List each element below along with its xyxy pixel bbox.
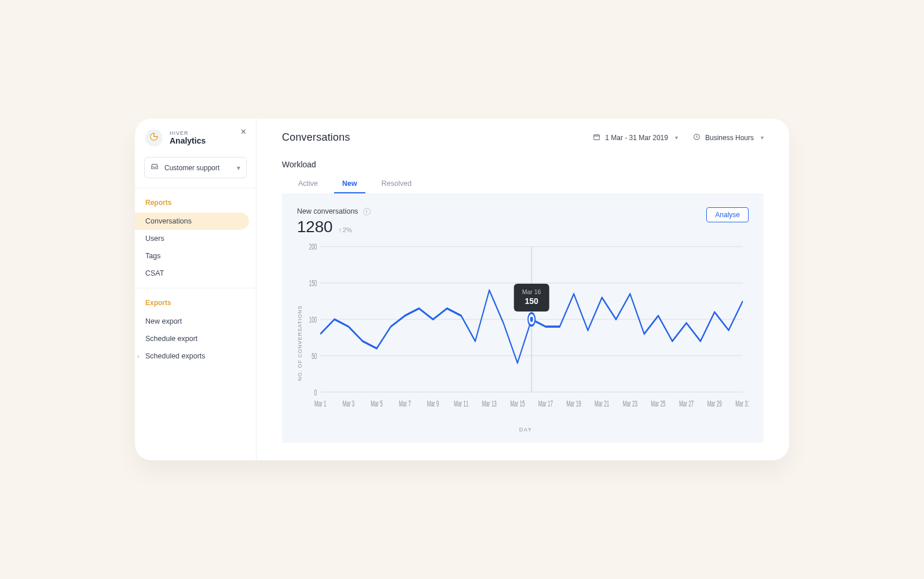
info-icon[interactable]: i	[363, 208, 371, 215]
arrow-up-icon: ↑	[339, 226, 342, 233]
page-title: Conversations	[282, 131, 350, 144]
svg-text:150: 150	[309, 278, 317, 288]
sidebar-item-label: Scheduled exports	[145, 352, 206, 360]
svg-text:Mar 7: Mar 7	[399, 399, 411, 408]
sidebar-item-label: Schedule export	[145, 335, 197, 343]
sidebar-item-users[interactable]: Users	[135, 230, 249, 247]
analyse-button[interactable]: Analyse	[706, 207, 749, 222]
section-title: Workload	[282, 160, 764, 169]
brand-small: HIVER	[170, 130, 206, 136]
card-head: New conversations i 1280 ↑ 2% Analyse	[297, 207, 749, 236]
close-icon[interactable]: ✕	[240, 128, 247, 135]
chevron-down-icon: ▾	[675, 134, 678, 141]
sidebar-item-csat[interactable]: CSAT	[135, 265, 249, 282]
sidebar-item-label: New export	[145, 317, 182, 325]
toolbar: 1 Mar - 31 Mar 2019 ▾ Business Hours ▾	[593, 133, 764, 142]
chart-body: NO. OF CONVERSATIONS 050100150200Mar 1Ma…	[297, 236, 749, 433]
chevron-down-icon: ▾	[237, 164, 240, 172]
date-range-label: 1 Mar - 31 Mar 2019	[605, 134, 668, 142]
metric-delta: ↑ 2%	[339, 226, 352, 233]
date-range-selector[interactable]: 1 Mar - 31 Mar 2019 ▾	[593, 133, 678, 142]
tab-new[interactable]: New	[339, 176, 361, 193]
y-axis-label: NO. OF CONVERSATIONS	[297, 236, 303, 433]
metric-delta-value: 2%	[343, 226, 352, 233]
sidebar-item-scheduled-exports[interactable]: ›Scheduled exports	[135, 347, 249, 365]
inbox-selector[interactable]: Customer support ▾	[144, 157, 247, 178]
svg-text:Mar 3: Mar 3	[343, 399, 355, 408]
nav-exports-section: Exports New exportSchedule export›Schedu…	[135, 288, 256, 371]
metric-label-row: New conversations i	[297, 207, 371, 215]
svg-text:Mar 27: Mar 27	[679, 399, 694, 408]
x-axis-label: DAY	[303, 423, 749, 433]
svg-text:Mar 31: Mar 31	[735, 399, 749, 408]
svg-rect-0	[594, 134, 600, 140]
svg-text:200: 200	[309, 242, 317, 251]
brand-row: HIVER Analytics ✕	[135, 119, 256, 155]
pie-chart-icon	[149, 132, 159, 144]
brand-text: HIVER Analytics	[170, 130, 206, 145]
metric-value: 1280	[297, 218, 333, 236]
svg-text:0: 0	[314, 387, 317, 397]
top-row: Conversations 1 Mar - 31 Mar 2019 ▾ Busi…	[282, 131, 764, 144]
svg-text:Mar 19: Mar 19	[566, 399, 581, 408]
svg-text:Mar 1: Mar 1	[314, 399, 327, 408]
nav-heading-exports: Exports	[135, 299, 256, 313]
sidebar-item-tags[interactable]: Tags	[135, 247, 249, 265]
tab-active[interactable]: Active	[295, 176, 321, 193]
brand-logo	[145, 129, 163, 146]
svg-text:Mar 25: Mar 25	[651, 399, 665, 408]
svg-point-30	[530, 317, 533, 322]
svg-text:Mar 9: Mar 9	[427, 399, 439, 408]
nav-heading-reports: Reports	[135, 199, 256, 212]
inbox-selector-label: Customer support	[164, 164, 219, 172]
hours-filter-selector[interactable]: Business Hours ▾	[693, 133, 764, 142]
svg-text:Mar 21: Mar 21	[595, 399, 609, 408]
tab-resolved[interactable]: Resolved	[378, 176, 415, 193]
sidebar-item-schedule-export[interactable]: Schedule export	[135, 330, 249, 347]
svg-text:Mar 15: Mar 15	[510, 399, 525, 408]
hours-filter-label: Business Hours	[705, 134, 754, 142]
metric-value-row: 1280 ↑ 2%	[297, 218, 371, 236]
metric-label: New conversations	[297, 207, 358, 215]
sidebar: HIVER Analytics ✕ Customer support ▾ Rep…	[135, 119, 256, 460]
svg-text:Mar 11: Mar 11	[454, 399, 468, 408]
svg-text:50: 50	[311, 351, 317, 360]
chevron-right-icon: ›	[137, 353, 139, 360]
svg-text:Mar 23: Mar 23	[623, 399, 637, 408]
main-content: Conversations 1 Mar - 31 Mar 2019 ▾ Busi…	[256, 119, 789, 460]
plot-area[interactable]: 050100150200Mar 1Mar 3Mar 5Mar 7Mar 9Mar…	[303, 236, 749, 423]
svg-text:100: 100	[309, 314, 317, 324]
calendar-icon	[593, 133, 600, 142]
chart-card: New conversations i 1280 ↑ 2% Analyse NO…	[282, 193, 764, 443]
nav-reports-section: Reports ConversationsUsersTagsCSAT	[135, 188, 256, 288]
metric-block: New conversations i 1280 ↑ 2%	[297, 207, 371, 236]
clock-icon	[693, 133, 701, 142]
app-window: HIVER Analytics ✕ Customer support ▾ Rep…	[135, 119, 789, 460]
svg-text:Mar 5: Mar 5	[371, 399, 383, 408]
sidebar-item-new-export[interactable]: New export	[135, 313, 249, 330]
inbox-icon	[151, 163, 159, 173]
svg-text:Mar 13: Mar 13	[482, 399, 497, 408]
tabs: ActiveNewResolved	[282, 176, 764, 193]
chevron-down-icon: ▾	[761, 134, 764, 141]
sidebar-item-conversations[interactable]: Conversations	[135, 212, 249, 230]
brand-big: Analytics	[170, 136, 206, 145]
plot-column: 050100150200Mar 1Mar 3Mar 5Mar 7Mar 9Mar…	[303, 236, 749, 433]
svg-text:Mar 29: Mar 29	[707, 399, 722, 408]
svg-text:Mar 17: Mar 17	[538, 399, 553, 408]
